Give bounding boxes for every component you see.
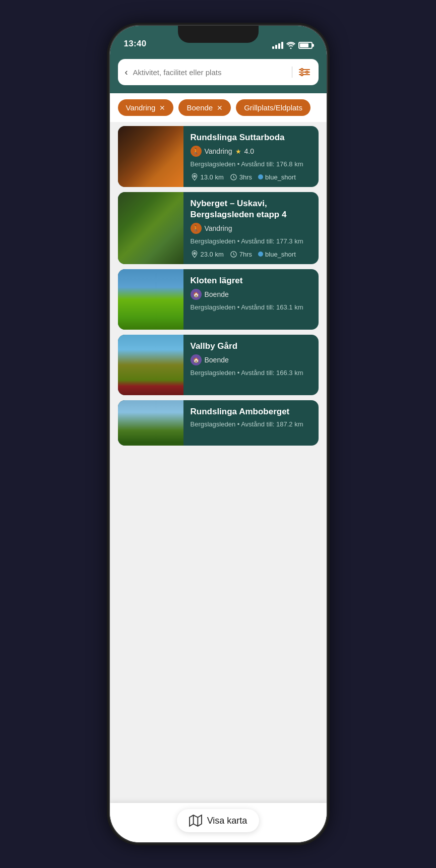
- stat-distance-val-2: 23.0 km: [201, 251, 224, 258]
- phone-frame: 13:40: [110, 26, 327, 842]
- card-category-3: Boende: [205, 290, 229, 298]
- back-button[interactable]: ‹: [125, 67, 128, 78]
- chip-boende-close[interactable]: ✕: [217, 104, 223, 112]
- card-route-4: Bergslagsleden • Avstånd till: 166.3 km: [191, 368, 312, 378]
- search-bar: ‹: [118, 59, 319, 85]
- stat-tag-2: blue_short: [258, 251, 296, 258]
- signal-bars-icon: [272, 42, 283, 49]
- stat-distance-2: 23.0 km: [191, 250, 224, 258]
- stat-tag-val-2: blue_short: [265, 251, 296, 258]
- result-card-1[interactable]: Rundslinga Suttarboda 🚶 Vandring ★ 4.0 B…: [118, 126, 319, 187]
- result-card-5[interactable]: Rundslinga Amboberget Bergslagsleden • A…: [118, 400, 319, 446]
- card-category-1: Vandring: [205, 147, 232, 155]
- bottom-bar: Visa karta: [110, 803, 327, 842]
- stat-duration-val-1: 3hrs: [239, 173, 252, 181]
- status-time: 13:40: [124, 39, 147, 49]
- status-icons: [272, 42, 313, 49]
- search-area: ‹: [110, 53, 327, 93]
- boende-icon-4: 🏠: [191, 354, 202, 365]
- stat-duration-1: 3hrs: [230, 173, 252, 181]
- svg-marker-15: [190, 815, 202, 826]
- card-stats-1: 13.0 km 3hrs: [191, 173, 312, 181]
- card-title-5: Rundslinga Amboberget: [191, 406, 312, 417]
- result-card-3[interactable]: Kloten lägret 🏠 Boende Bergslagsleden • …: [118, 269, 319, 330]
- search-divider: [292, 67, 292, 78]
- card-route-3: Bergslagsleden • Avstånd till: 163.1 km: [191, 303, 312, 312]
- chip-vandring[interactable]: Vandring ✕: [118, 99, 174, 116]
- battery-icon: [298, 42, 313, 49]
- chip-grillplats[interactable]: Grillplats/Eldplats: [236, 99, 310, 116]
- card-title-1: Rundslinga Suttarboda: [191, 132, 312, 143]
- card-content-4: Vallby Gård 🏠 Boende Bergslagsleden • Av…: [183, 335, 319, 395]
- wifi-icon: [286, 42, 295, 49]
- card-content-1: Rundslinga Suttarboda 🚶 Vandring ★ 4.0 B…: [183, 126, 319, 187]
- result-card-2[interactable]: Nyberget – Uskavi, Bergslagsleden etapp …: [118, 192, 319, 264]
- map-icon: [189, 814, 202, 827]
- chip-vandring-close[interactable]: ✕: [159, 104, 165, 112]
- card-image-2: [118, 192, 183, 264]
- stat-distance-1: 13.0 km: [191, 173, 224, 181]
- card-title-4: Vallby Gård: [191, 341, 312, 351]
- blue-dot-1: [258, 174, 263, 179]
- stat-duration-val-2: 7hrs: [239, 251, 252, 258]
- card-image-5: [118, 400, 183, 446]
- card-route-1: Bergslagsleden • Avstånd till: 176.8 km: [191, 160, 312, 169]
- stat-duration-2: 7hrs: [230, 251, 252, 258]
- results-list: Rundslinga Suttarboda 🚶 Vandring ★ 4.0 B…: [110, 122, 327, 803]
- svg-point-10: [194, 176, 195, 177]
- filter-icon[interactable]: [297, 65, 312, 79]
- filter-chips: Vandring ✕ Boende ✕ Grillplats/Eldplats: [110, 93, 327, 122]
- hiking-icon-2: 🚶: [191, 223, 202, 234]
- chip-boende[interactable]: Boende ✕: [178, 99, 231, 116]
- svg-point-13: [194, 253, 195, 254]
- hiking-icon-1: 🚶: [191, 146, 202, 157]
- card-content-5: Rundslinga Amboberget Bergslagsleden • A…: [183, 400, 319, 446]
- card-category-2: Vandring: [205, 224, 232, 232]
- card-image-1: [118, 126, 183, 187]
- card-image-3: [118, 269, 183, 330]
- card-meta-4: 🏠 Boende: [191, 354, 312, 365]
- visa-karta-button[interactable]: Visa karta: [177, 809, 260, 832]
- blue-dot-2: [258, 252, 263, 257]
- boende-icon-3: 🏠: [191, 289, 202, 300]
- stat-tag-val-1: blue_short: [265, 173, 296, 181]
- visa-karta-label: Visa karta: [207, 816, 247, 826]
- card-category-4: Boende: [205, 356, 229, 364]
- results-area: Rundslinga Suttarboda 🚶 Vandring ★ 4.0 B…: [110, 122, 327, 842]
- notch: [178, 26, 259, 43]
- card-meta-3: 🏠 Boende: [191, 289, 312, 300]
- card-content-3: Kloten lägret 🏠 Boende Bergslagsleden • …: [183, 269, 319, 330]
- card-image-4: [118, 335, 183, 395]
- phone-screen: 13:40: [110, 26, 327, 842]
- screen-content: 13:40: [110, 26, 327, 842]
- result-card-4[interactable]: Vallby Gård 🏠 Boende Bergslagsleden • Av…: [118, 335, 319, 395]
- card-title-3: Kloten lägret: [191, 275, 312, 286]
- search-input[interactable]: [133, 68, 287, 77]
- card-route-2: Bergslagsleden • Avstånd till: 177.3 km: [191, 237, 312, 246]
- card-meta-1: 🚶 Vandring ★ 4.0: [191, 146, 312, 157]
- card-content-2: Nyberget – Uskavi, Bergslagsleden etapp …: [183, 192, 319, 264]
- card-meta-2: 🚶 Vandring: [191, 223, 312, 234]
- card-route-5: Bergslagsleden • Avstånd till: 187.2 km: [191, 420, 312, 429]
- stat-tag-1: blue_short: [258, 173, 296, 181]
- star-icon-1: ★: [235, 148, 241, 155]
- card-title-2: Nyberget – Uskavi, Bergslagsleden etapp …: [191, 198, 312, 220]
- stat-distance-val-1: 13.0 km: [201, 173, 224, 181]
- card-rating-1: 4.0: [244, 147, 254, 155]
- card-stats-2: 23.0 km 7hrs: [191, 250, 312, 258]
